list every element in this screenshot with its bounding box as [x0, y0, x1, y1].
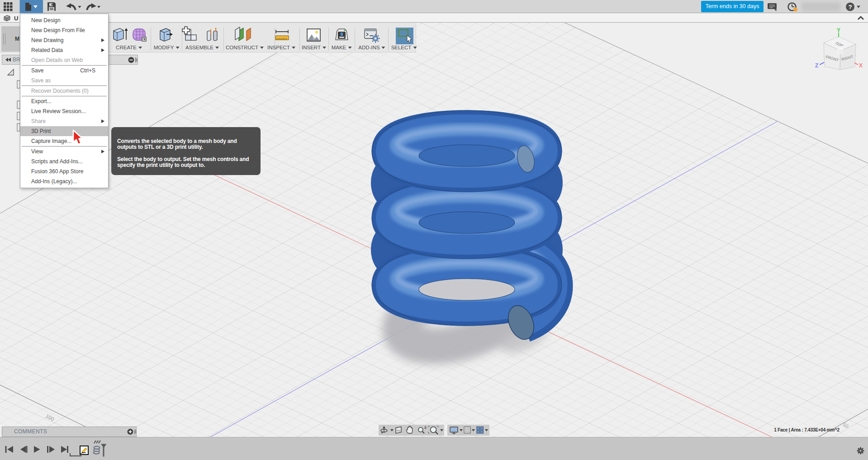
- svg-text:X: X: [859, 62, 863, 69]
- svg-text:Y: Y: [837, 27, 840, 33]
- svg-text:?: ?: [848, 4, 852, 10]
- svg-text:±: ±: [424, 425, 427, 430]
- svg-text:Z: Z: [815, 62, 818, 69]
